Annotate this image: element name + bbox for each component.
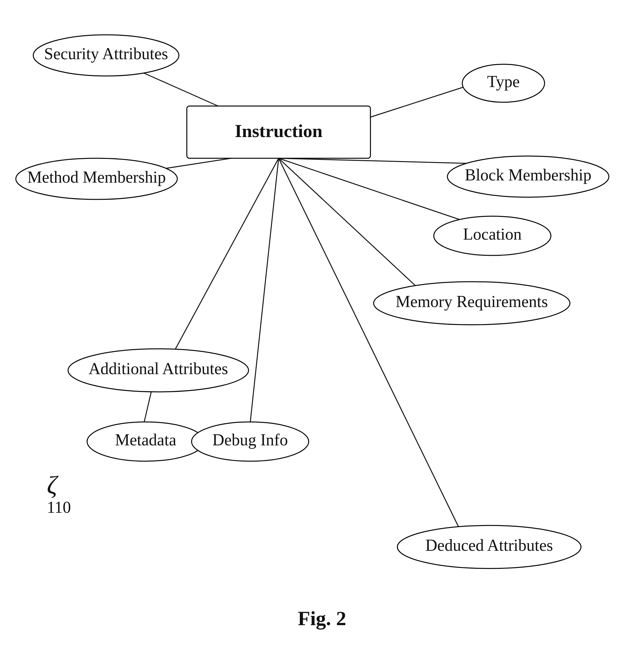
block-label: Block Membership [465,166,592,184]
metadata-label: Metadata [115,431,176,449]
edge-memory [279,158,418,288]
type-label: Type [487,72,520,91]
debug-label: Debug Info [212,431,288,449]
edge-security [136,70,222,107]
deduced-label: Deduced Attributes [426,536,553,554]
location-label: Location [463,225,522,243]
figure-swirl: ζ [47,471,58,499]
method-label: Method Membership [27,168,166,186]
edge-debug [250,158,279,424]
edge-deduced [279,158,459,528]
edge-type [371,86,469,117]
instruction-label: Instruction [235,121,322,141]
diagram-svg: Instruction Security Attributes Type Met… [0,0,644,653]
memory-label: Memory Requirements [396,292,548,311]
security-label: Security Attributes [44,45,168,63]
fig-label: Fig. 2 [298,607,347,630]
edge-location [279,158,475,225]
edge-metadata [144,389,152,422]
figure-number: 110 [47,498,71,516]
diagram-container: Instruction Security Attributes Type Met… [0,0,644,653]
edge-additional [174,158,279,352]
additional-label: Additional Attributes [89,360,228,378]
